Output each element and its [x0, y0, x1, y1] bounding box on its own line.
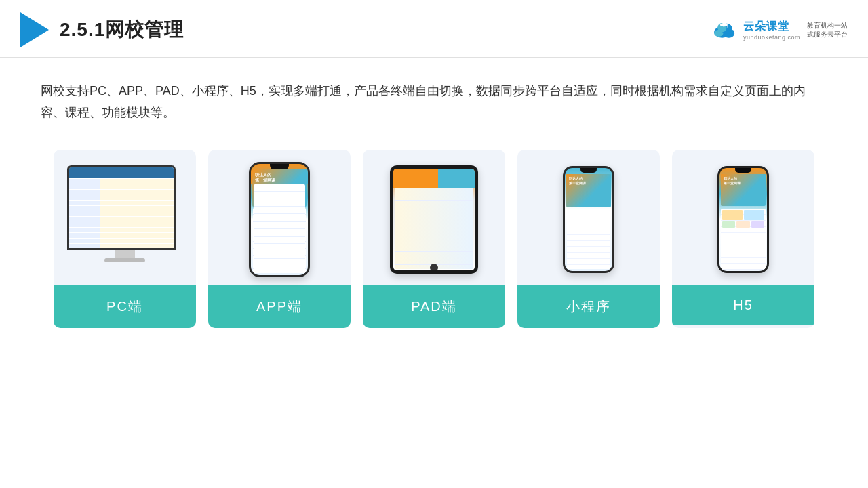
- description-content: 网校支持PC、APP、PAD、小程序、H5，实现多端打通，产品各终端自由切换，数…: [41, 84, 806, 119]
- card-label-h5: H5: [672, 285, 814, 325]
- header-right: 云朵课堂 yunduoketang.com 教育机构一站式服务云平台: [711, 20, 848, 41]
- cards-container: PC端 APP端 职达人的第一堂网课: [0, 131, 868, 348]
- card-image-pad: 职达人的第一堂网课: [363, 150, 505, 285]
- card-app: APP端: [208, 150, 351, 328]
- card-image-pc: [54, 150, 196, 285]
- h5-device-icon: 职达人的 第一堂网课: [717, 166, 769, 273]
- card-label-app: APP端: [208, 285, 351, 328]
- brand-logo: 云朵课堂 yunduoketang.com 教育机构一站式服务云平台: [711, 20, 848, 41]
- header-left: 2.5.1网校管理: [20, 12, 184, 47]
- card-image-h5: 职达人的 第一堂网课: [672, 150, 814, 285]
- card-mini: 小程序: [517, 150, 660, 328]
- card-label-mini: 小程序: [517, 285, 660, 328]
- page-title: 2.5.1网校管理: [60, 17, 184, 43]
- card-label-pad: PAD端: [363, 285, 505, 328]
- mini-device-icon: [563, 166, 614, 273]
- brand-text-block: 云朵课堂 yunduoketang.com: [743, 20, 800, 41]
- brand-slogan: 教育机构一站式服务云平台: [807, 21, 848, 39]
- card-h5: 职达人的 第一堂网课 H5: [672, 150, 814, 328]
- pc-device-icon: [67, 165, 182, 274]
- brand-url: yunduoketang.com: [743, 34, 800, 41]
- card-label-pc: PC端: [54, 285, 196, 328]
- pad-device-icon: 职达人的第一堂网课: [390, 165, 478, 274]
- brand-name: 云朵课堂: [743, 20, 789, 34]
- app-device-icon: [249, 162, 310, 277]
- header: 2.5.1网校管理 云朵课堂 yunduoketang.com 教育机构一站式服…: [0, 0, 868, 58]
- logo-triangle-icon: [20, 12, 49, 47]
- card-pc: PC端: [54, 150, 196, 328]
- card-image-app: [208, 150, 351, 285]
- description-text: 网校支持PC、APP、PAD、小程序、H5，实现多端打通，产品各终端自由切换，数…: [0, 58, 868, 131]
- card-pad: 职达人的第一堂网课 PAD端: [363, 150, 505, 328]
- cloud-icon: [711, 20, 739, 40]
- card-image-mini: [517, 150, 660, 285]
